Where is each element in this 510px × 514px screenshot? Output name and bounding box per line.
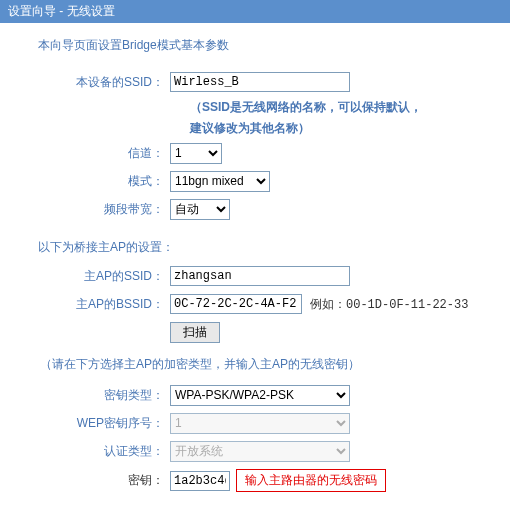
key-type-label: 密钥类型： bbox=[20, 387, 170, 404]
main-ssid-input[interactable] bbox=[170, 266, 350, 286]
ssid-note-line2: 建议修改为其他名称） bbox=[190, 119, 490, 137]
key-input[interactable] bbox=[170, 471, 230, 491]
window-title: 设置向导 - 无线设置 bbox=[0, 0, 510, 23]
bandwidth-select[interactable]: 自动 bbox=[170, 199, 230, 220]
ssid-input[interactable] bbox=[170, 72, 350, 92]
main-bssid-input[interactable] bbox=[170, 294, 302, 314]
wep-index-label: WEP密钥序号： bbox=[20, 415, 170, 432]
key-type-select[interactable]: WPA-PSK/WPA2-PSK bbox=[170, 385, 350, 406]
auth-type-label: 认证类型： bbox=[20, 443, 170, 460]
bssid-example: 例如：00-1D-0F-11-22-33 bbox=[310, 296, 468, 313]
encryption-note: （请在下方选择主AP的加密类型，并输入主AP的无线密钥） bbox=[40, 356, 490, 373]
key-label: 密钥： bbox=[128, 472, 170, 489]
auth-type-select: 开放系统 bbox=[170, 441, 350, 462]
mode-select[interactable]: 11bgn mixed bbox=[170, 171, 270, 192]
wep-index-select: 1 bbox=[170, 413, 350, 434]
mode-label: 模式： bbox=[20, 173, 170, 190]
main-bssid-label: 主AP的BSSID： bbox=[20, 296, 170, 313]
ssid-label: 本设备的SSID： bbox=[20, 74, 170, 91]
content-area: 本向导页面设置Bridge模式基本参数 本设备的SSID： （SSID是无线网络… bbox=[0, 23, 510, 506]
ssid-note-line1: （SSID是无线网络的名称，可以保持默认， bbox=[190, 98, 490, 116]
bandwidth-label: 频段带宽： bbox=[20, 201, 170, 218]
main-ssid-label: 主AP的SSID： bbox=[20, 268, 170, 285]
channel-select[interactable]: 1 bbox=[170, 143, 222, 164]
scan-button[interactable]: 扫描 bbox=[170, 322, 220, 343]
main-ap-header: 以下为桥接主AP的设置： bbox=[38, 239, 490, 256]
channel-label: 信道： bbox=[20, 145, 170, 162]
intro-text: 本向导页面设置Bridge模式基本参数 bbox=[38, 37, 490, 54]
key-hint: 输入主路由器的无线密码 bbox=[236, 469, 386, 492]
